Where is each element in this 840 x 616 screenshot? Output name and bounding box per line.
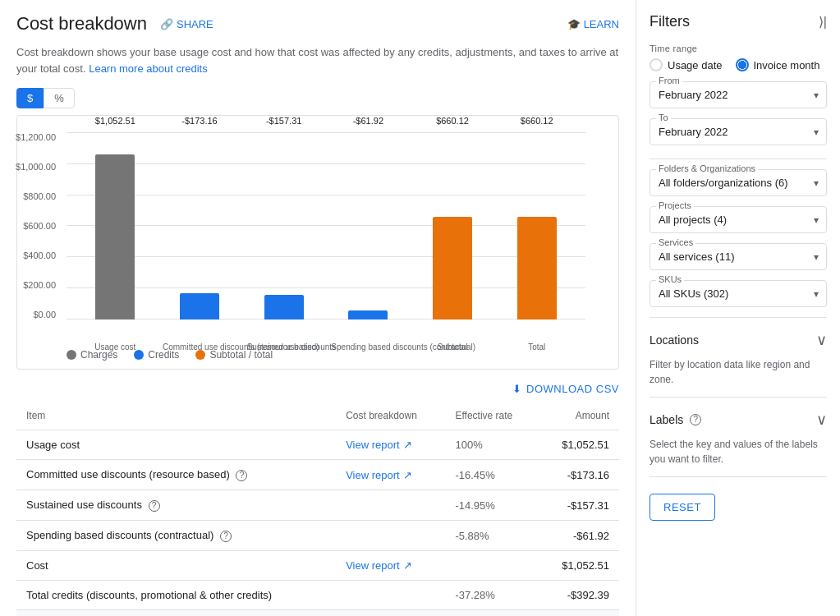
labels-expand-icon: ∨	[816, 411, 827, 429]
legend-subtotal: Subtotal / total	[195, 349, 273, 361]
subtotal-empty	[336, 610, 445, 617]
chart-container: $1,200.00 $1,000.00 $800.00 $600.00 $400…	[16, 115, 619, 370]
labels-label: Labels	[650, 413, 683, 426]
percent-button[interactable]: %	[44, 88, 75, 108]
projects-select-wrapper: Projects All projects (4)	[650, 206, 827, 233]
divider-4	[650, 476, 827, 477]
row-item: Committed use discounts (resource based)…	[16, 460, 336, 490]
chart-bars: $1,052.51 Usage cost -$173.16 Committed …	[67, 132, 585, 319]
labels-section: Labels ? ∨ Select the key and values of …	[650, 407, 827, 467]
subtotal-label: Subtotal	[445, 610, 538, 617]
row-cost-breakdown: View report ↗	[336, 460, 445, 490]
row-effective-rate: -16.45%	[445, 460, 538, 490]
bar-total: $660.12 Total	[504, 132, 569, 319]
download-csv-button[interactable]: ⬇ DOWNLOAD CSV	[512, 383, 619, 395]
skus-label: SKUs	[656, 274, 684, 284]
bar-subtotal: $660.12 Subtotal	[420, 132, 485, 319]
legend-charges: Charges	[67, 349, 117, 361]
row-amount: -$157.31	[538, 490, 619, 521]
table-row: Sustained use discounts ? -14.95% -$157.…	[16, 490, 619, 521]
skus-select-wrapper: SKUs All SKUs (302)	[650, 280, 827, 307]
collapse-panel-icon[interactable]: ⟩|	[819, 14, 827, 30]
bar-usage-cost: $1,052.51 Usage cost	[83, 132, 148, 319]
labels-header[interactable]: Labels ? ∨	[650, 407, 827, 432]
table-row: Cost View report ↗ $1,052.51	[16, 551, 619, 581]
help-icon[interactable]: ?	[149, 500, 160, 512]
cost-table: Item Cost breakdown Effective rate Amoun…	[16, 402, 619, 616]
labels-description: Select the key and values of the labels …	[650, 437, 827, 467]
filters-title: Filters	[650, 13, 690, 30]
table-row: Spending based discounts (contractual) ?…	[16, 521, 619, 551]
currency-toggle: $ %	[16, 88, 619, 108]
row-item: Usage cost	[16, 430, 336, 460]
learn-button[interactable]: 🎓 LEARN	[567, 18, 619, 30]
col-effective-rate: Effective rate	[445, 402, 538, 430]
share-button[interactable]: 🔗 SHARE	[160, 18, 213, 30]
help-icon[interactable]: ?	[220, 531, 232, 542]
view-report-link[interactable]: View report ↗	[346, 559, 412, 572]
help-icon[interactable]: ?	[236, 470, 247, 481]
external-link-icon: ↗	[403, 439, 412, 451]
divider-2	[650, 317, 827, 318]
time-range-radio-group: Usage date Invoice month	[650, 58, 827, 71]
invoice-month-option[interactable]: Invoice month	[736, 58, 820, 71]
reset-button[interactable]: RESET	[650, 494, 715, 521]
view-report-link[interactable]: View report ↗	[346, 439, 412, 451]
time-range-label: Time range	[650, 44, 827, 53]
row-cost-breakdown: View report ↗	[336, 430, 445, 460]
to-label: To	[656, 113, 671, 122]
table-row: Committed use discounts (resource based)…	[16, 460, 619, 490]
row-item: Cost	[16, 551, 336, 581]
divider-1	[650, 159, 827, 159]
main-content: Cost breakdown 🔗 SHARE 🎓 LEARN Cost brea…	[0, 0, 636, 616]
col-item: Item	[16, 402, 336, 430]
chart-legend: Charges Credits Subtotal / total	[67, 349, 273, 361]
row-amount: -$392.39	[538, 581, 619, 610]
row-cost-breakdown	[336, 490, 445, 521]
locations-section: Locations ∨ Filter by location data like…	[650, 328, 827, 387]
usage-date-radio[interactable]	[650, 58, 663, 71]
page-header: Cost breakdown 🔗 SHARE 🎓 LEARN	[16, 13, 619, 34]
locations-expand-icon: ∨	[816, 331, 827, 349]
download-icon: ⬇	[512, 383, 522, 395]
row-item: Spending based discounts (contractual) ?	[16, 521, 336, 551]
services-select-wrapper: Services All services (11)	[650, 243, 827, 270]
download-row: ⬇ DOWNLOAD CSV	[16, 383, 619, 395]
filters-header: Filters ⟩|	[650, 13, 827, 30]
learn-icon: 🎓	[567, 18, 581, 30]
row-amount: $1,052.51	[538, 430, 619, 460]
from-label: From	[656, 76, 682, 85]
legend-dot-credits	[134, 350, 144, 360]
dollar-button[interactable]: $	[16, 88, 44, 108]
legend-dot-charges	[67, 350, 76, 360]
table-header-row: Item Cost breakdown Effective rate Amoun…	[16, 402, 619, 430]
folders-label: Folders & Organizations	[656, 163, 758, 173]
row-item: Sustained use discounts ?	[16, 490, 336, 521]
external-link-icon: ↗	[403, 559, 412, 572]
bar-sustained-discounts: -$157.31 Sustained use discounts	[251, 132, 316, 319]
time-range-section: Time range Usage date Invoice month From…	[650, 44, 827, 145]
row-amount: -$173.16	[538, 460, 619, 490]
labels-help-icon[interactable]: ?	[690, 414, 701, 425]
learn-more-link[interactable]: Learn more about credits	[89, 62, 208, 75]
filters-panel: Filters ⟩| Time range Usage date Invoice…	[636, 0, 840, 616]
subtotal-label-empty	[16, 610, 336, 617]
locations-label: Locations	[650, 333, 699, 347]
invoice-month-radio[interactable]	[736, 58, 749, 71]
view-report-link[interactable]: View report ↗	[346, 469, 412, 481]
locations-description: Filter by location data like region and …	[650, 357, 827, 387]
row-cost-breakdown: View report ↗	[336, 551, 445, 581]
share-icon: 🔗	[160, 18, 173, 30]
row-amount: -$61.92	[538, 521, 619, 551]
table-row: Total credits (discounts, promotional & …	[16, 581, 619, 610]
locations-header[interactable]: Locations ∨	[650, 328, 827, 352]
legend-credits: Credits	[134, 349, 179, 361]
usage-date-option[interactable]: Usage date	[650, 58, 723, 71]
from-select-wrapper: From February 2022	[650, 81, 827, 108]
divider-3	[650, 397, 827, 398]
bar-committed-discounts: -$173.16 Committed use discounts (resour…	[168, 132, 232, 319]
row-cost-breakdown	[336, 581, 445, 610]
row-effective-rate: -5.88%	[445, 521, 538, 551]
to-select[interactable]: February 2022	[650, 118, 827, 145]
table-row: Usage cost View report ↗ 100% $1,052.51	[16, 430, 619, 460]
